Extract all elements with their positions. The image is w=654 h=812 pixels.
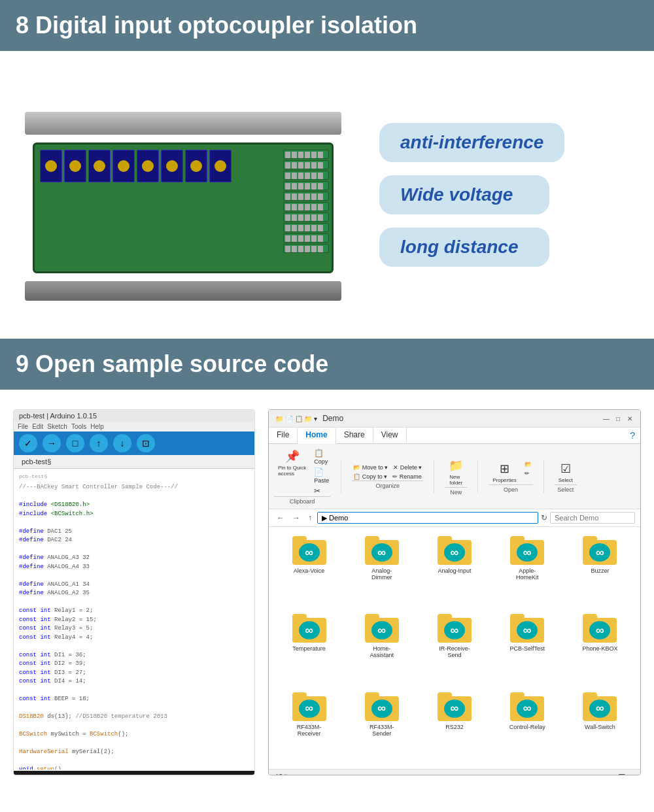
pcb-container (20, 90, 347, 299)
paste-button[interactable]: 📄 Paste (313, 467, 330, 484)
ribbon-tab-file[interactable]: File (269, 428, 298, 443)
up-button[interactable]: ↑ (305, 512, 315, 524)
address-bar: ← → ↑ ↻ (269, 509, 640, 527)
cut-button[interactable]: ✂ (313, 486, 330, 496)
file-label: Temperature (292, 645, 326, 652)
ribbon-content: 📌 Pin to Quickaccess 📋 Copy 📄 Paste (269, 444, 640, 509)
select-all-button[interactable]: ☑ Select (555, 460, 577, 484)
upload-button[interactable]: → (43, 434, 61, 452)
arduino-toolbar: ✓ → □ ↑ ↓ ⊡ (14, 431, 254, 455)
feature-badge-2: Wide voltage (379, 175, 549, 214)
list-item[interactable]: Phone-KBOX (566, 611, 634, 684)
thumbnail-view-button[interactable]: ⊞ (618, 771, 626, 775)
list-item[interactable]: Analog-Dimmer (348, 533, 415, 606)
status-bar: 15 items ⊞ ≡ (269, 769, 640, 775)
open-button[interactable]: 📂 (523, 460, 533, 468)
file-label: Phone-KBOX (582, 645, 617, 652)
feature-badge-1: anti-interference (379, 123, 564, 162)
list-item[interactable]: Home-Assistant (348, 611, 415, 684)
search-input[interactable] (550, 512, 635, 524)
menu-sketch[interactable]: Sketch (47, 423, 67, 430)
list-item[interactable]: IR-Receive-Send (421, 611, 488, 684)
ribbon-tab-share[interactable]: Share (336, 428, 373, 443)
section1-header: 8 Digital input optocoupler isolation (0, 0, 654, 51)
file-label: Apple-HomeKit (508, 567, 547, 581)
file-label: RF433M-Receiver (290, 724, 329, 737)
arduino-tab[interactable]: pcb-test§ (14, 455, 254, 469)
minimize-button[interactable]: — (602, 414, 610, 422)
file-label: RS232 (445, 724, 464, 730)
list-item[interactable]: RF433M-Sender (348, 690, 415, 762)
relay-5 (137, 150, 159, 182)
arduino-code: pcb-test§ //---BACkey Smart Controller S… (14, 469, 254, 770)
maximize-button[interactable]: □ (614, 414, 622, 422)
edit-button[interactable]: ✏ (523, 469, 533, 477)
new-button[interactable]: □ (66, 434, 84, 452)
properties-button[interactable]: ⊞ Properties (489, 460, 520, 484)
address-input[interactable] (317, 512, 538, 524)
list-item[interactable]: Alexa-Voice (275, 533, 343, 606)
section1-title: 8 Digital input optocoupler isolation (16, 12, 638, 39)
list-item[interactable]: Temperature (275, 611, 343, 684)
refresh-button[interactable]: ↻ (541, 513, 547, 522)
new-folder-button[interactable]: 📁 Newfolder (445, 457, 467, 487)
list-view-button[interactable]: ≡ (628, 771, 634, 775)
move-to-button[interactable]: 📂 Move to ▾ (352, 464, 389, 471)
ribbon-tab-home[interactable]: Home (298, 428, 336, 444)
menu-file[interactable]: File (18, 423, 28, 430)
copy-to-button[interactable]: 📋 Copy to ▾ (352, 473, 388, 481)
help-icon[interactable]: ? (625, 428, 640, 443)
rename-button[interactable]: ✏ Rename (391, 473, 423, 481)
list-item[interactable]: Apple-HomeKit (494, 533, 561, 606)
menu-edit[interactable]: Edit (32, 423, 43, 430)
title-bar-left: 📁 📄 📋 📁 ▾ Demo (275, 414, 343, 423)
monitor-button[interactable]: ⊡ (137, 434, 155, 452)
section2-body: pcb-test | Arduino 1.0.15 File Edit Sket… (0, 390, 654, 795)
list-item[interactable]: Control-Relay (494, 690, 561, 762)
delete-button[interactable]: ✕ Delete ▾ (392, 464, 423, 471)
relay-2 (64, 150, 86, 182)
file-label: Analog-Input (438, 567, 471, 574)
file-explorer: 📁 📄 📋 📁 ▾ Demo — □ ✕ File Home Share Vie… (268, 409, 641, 775)
save-button[interactable]: ↓ (113, 434, 131, 452)
file-label: Control-Relay (509, 724, 545, 730)
arduino-ide: pcb-test | Arduino 1.0.15 File Edit Sket… (13, 409, 255, 775)
list-item[interactable]: Analog-Input (421, 533, 488, 606)
relay-4 (112, 150, 135, 182)
files-grid: Alexa-Voice Analog-Dimmer Analog-Input (269, 527, 640, 769)
list-item[interactable]: Buzzer (566, 533, 634, 606)
relay-3 (88, 150, 111, 182)
item-count: 15 items (275, 773, 300, 776)
file-label: Analog-Dimmer (362, 567, 402, 581)
connector-area (283, 150, 329, 253)
relay-7 (185, 150, 207, 182)
menu-help[interactable]: Help (90, 423, 104, 430)
back-button[interactable]: ← (274, 512, 287, 524)
file-label: PCB-SelfTest (509, 645, 545, 652)
arduino-menu-items: File Edit Sketch Tools Help (14, 422, 254, 431)
open-button[interactable]: ↑ (90, 434, 108, 452)
pin-to-quick-access-button[interactable]: 📌 Pin to Quickaccess (274, 448, 310, 478)
arduino-serial-monitor (14, 771, 254, 775)
arduino-title: pcb-test | Arduino 1.0.15 (19, 412, 97, 420)
menu-tools[interactable]: Tools (71, 423, 86, 430)
window-controls: — □ ✕ (602, 414, 634, 422)
list-item[interactable]: Wall-Switch (566, 690, 634, 762)
list-item[interactable]: RF433M-Receiver (275, 690, 343, 762)
view-buttons: ⊞ ≡ (618, 771, 634, 775)
list-item[interactable]: RS232 (421, 690, 488, 762)
quick-access-icons: 📁 📄 📋 📁 ▾ (275, 415, 317, 422)
file-label: Home-Assistant (362, 645, 402, 658)
list-item[interactable]: PCB-SelfTest (494, 611, 561, 684)
din-rail-bottom (25, 281, 341, 301)
copy-button[interactable]: 📋 Copy (313, 448, 330, 465)
explorer-window-title: Demo (322, 414, 343, 423)
explorer-title-bar: 📁 📄 📋 📁 ▾ Demo — □ ✕ (269, 410, 640, 428)
relay-8 (209, 150, 232, 182)
close-button[interactable]: ✕ (626, 414, 634, 422)
forward-button[interactable]: → (290, 512, 303, 524)
ribbon-tab-view[interactable]: View (373, 428, 407, 443)
feature-badge-3: long distance (379, 228, 549, 267)
verify-button[interactable]: ✓ (19, 434, 37, 452)
relay-6 (161, 150, 183, 182)
